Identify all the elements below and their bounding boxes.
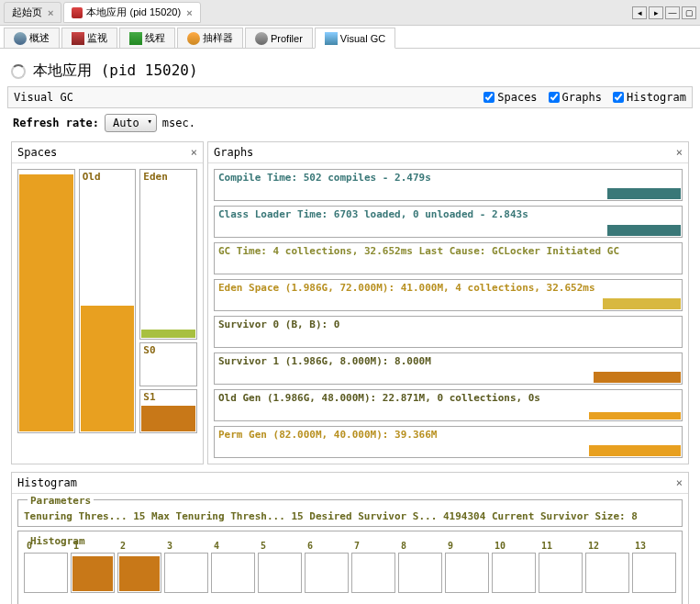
parameters-fieldset: Parameters Tenuring Thres... 15 Max Tenu… — [17, 499, 683, 527]
histo-bar-6: 6 — [305, 553, 349, 593]
monitor-icon — [72, 32, 84, 45]
java-icon — [72, 7, 83, 18]
s1-fill — [141, 406, 195, 431]
sub-tab-bar: 概述 监视 线程 抽样器 Profiler Visual GC — [0, 26, 700, 49]
perm-box: ... — [17, 169, 75, 433]
histogram-inner: Parameters Tenuring Thres... 15 Max Tenu… — [12, 494, 688, 604]
graph-eden: Eden Space (1.986G, 72.000M): 41.000M, 4… — [214, 279, 683, 311]
perm-col: ... — [17, 169, 75, 433]
thread-icon — [129, 32, 142, 45]
close-icon[interactable]: × — [48, 7, 53, 18]
tab-overview[interactable]: 概述 — [4, 28, 60, 48]
close-icon[interactable]: × — [191, 146, 197, 159]
histo-bar-0: 0 — [24, 553, 68, 593]
close-icon[interactable]: × — [186, 7, 192, 18]
close-icon[interactable]: × — [676, 476, 683, 489]
tab-profiler[interactable]: Profiler — [245, 28, 313, 48]
parameters-text: Tenuring Thres... 15 Max Tenuring Thresh… — [24, 510, 676, 522]
maximize-button[interactable]: ▢ — [682, 6, 696, 19]
histogram-panel: Histogram × Parameters Tenuring Thres...… — [11, 472, 689, 604]
graph-oldgen: Old Gen (1.986G, 48.000M): 22.871M, 0 co… — [214, 389, 683, 421]
content-area: 本地应用 (pid 15020) Visual GC Spaces Graphs… — [0, 49, 700, 604]
check-spaces[interactable]: Spaces — [483, 91, 537, 104]
graph-classloader: Class Loader Time: 6703 loaded, 0 unload… — [214, 206, 683, 238]
perm-fill — [19, 174, 73, 431]
bar-surv1 — [594, 372, 681, 383]
refresh-label: Refresh rate: — [13, 117, 99, 129]
tab-app[interactable]: 本地应用 (pid 15020) × — [63, 2, 200, 23]
check-histogram[interactable]: Histogram — [613, 91, 686, 104]
tab-visualgc[interactable]: Visual GC — [315, 28, 395, 49]
spaces-panel: Spaces × ... Old — [11, 141, 204, 464]
view-checks: Spaces Graphs Histogram — [483, 91, 686, 104]
main-grid: Spaces × ... Old — [7, 138, 693, 468]
spaces-title: Spaces × — [12, 142, 203, 163]
tab-threads[interactable]: 线程 — [119, 28, 175, 48]
histo-bar-1: 1 — [71, 553, 115, 593]
refresh-unit: msec. — [162, 117, 195, 129]
tab-monitor[interactable]: 监视 — [61, 28, 117, 48]
next-button[interactable]: ▸ — [649, 6, 663, 19]
bar-permgen — [589, 445, 681, 456]
s1-box: S1 — [139, 389, 197, 433]
old-col: Old — [79, 169, 137, 433]
histogram-bars: 012345678910111213 — [24, 553, 676, 593]
s0-box: S0 — [139, 342, 197, 386]
graph-gctime: GC Time: 4 collections, 32.652ms Last Ca… — [214, 242, 683, 274]
graph-compile: Compile Time: 502 compiles - 2.479s — [214, 169, 683, 201]
check-graphs[interactable]: Graphs — [549, 91, 602, 104]
spinner-icon — [11, 64, 26, 79]
top-tab-bar: 起始页 × 本地应用 (pid 15020) × ◂ ▸ — ▢ — [0, 0, 700, 26]
page-title: 本地应用 (pid 15020) — [33, 62, 198, 81]
histo-bar-4: 4 — [211, 553, 255, 593]
old-box: Old — [79, 169, 137, 433]
histo-bar-13: 13 — [632, 553, 676, 593]
minimize-button[interactable]: — — [665, 6, 680, 19]
graphs-title: Graphs × — [208, 142, 688, 163]
graphs-panel: Graphs × Compile Time: 502 compiles - 2.… — [207, 141, 689, 464]
bar-classloader — [607, 225, 681, 236]
bar-eden — [603, 298, 681, 309]
eden-box: Eden — [139, 169, 197, 340]
gc-icon — [325, 32, 338, 45]
histo-bar-10: 10 — [492, 553, 536, 593]
histo-bar-11: 11 — [539, 553, 583, 593]
eden-col: Eden S0 S1 — [139, 169, 197, 433]
histogram-fieldset: Histogram 012345678910111213 — [17, 531, 683, 604]
prev-button[interactable]: ◂ — [632, 6, 647, 19]
tab-start[interactable]: 起始页 × — [4, 2, 61, 23]
graph-surv1: Survivor 1 (1.986G, 8.000M): 8.000M — [214, 352, 683, 385]
tab-label: 起始页 — [12, 6, 42, 19]
info-icon — [14, 32, 27, 45]
histo-bar-8: 8 — [398, 553, 442, 593]
graphs-inner: Compile Time: 502 compiles - 2.479s Clas… — [208, 163, 688, 464]
histo-bar-9: 9 — [445, 553, 489, 593]
refresh-row: Refresh rate: Auto msec. — [7, 108, 693, 138]
panel-title: Visual GC — [14, 91, 73, 104]
histo-bar-3: 3 — [164, 553, 208, 593]
bar-oldgen — [589, 412, 681, 419]
graph-surv0: Survivor 0 (B, B): 0 — [214, 316, 683, 348]
refresh-dropdown[interactable]: Auto — [105, 114, 157, 132]
window-controls: ◂ ▸ — ▢ — [632, 6, 696, 19]
histogram-title: Histogram × — [12, 473, 688, 494]
graph-permgen: Perm Gen (82.000M, 40.000M): 39.366M — [214, 426, 683, 458]
title-row: 本地应用 (pid 15020) — [7, 56, 693, 86]
histo-bar-12: 12 — [585, 553, 629, 593]
histo-bar-5: 5 — [258, 553, 302, 593]
eden-fill — [141, 330, 195, 338]
histo-bar-2: 2 — [117, 553, 161, 593]
old-fill — [81, 306, 135, 431]
sampler-icon — [187, 32, 200, 45]
panel-header: Visual GC Spaces Graphs Histogram — [7, 86, 693, 108]
close-icon[interactable]: × — [676, 146, 683, 159]
tab-label: 本地应用 (pid 15020) — [86, 6, 181, 19]
bar-compile — [607, 188, 681, 199]
profiler-icon — [255, 32, 268, 45]
tab-sampler[interactable]: 抽样器 — [177, 28, 243, 48]
spaces-inner: ... Old Eden S0 — [12, 163, 203, 439]
histo-bar-7: 7 — [351, 553, 395, 593]
